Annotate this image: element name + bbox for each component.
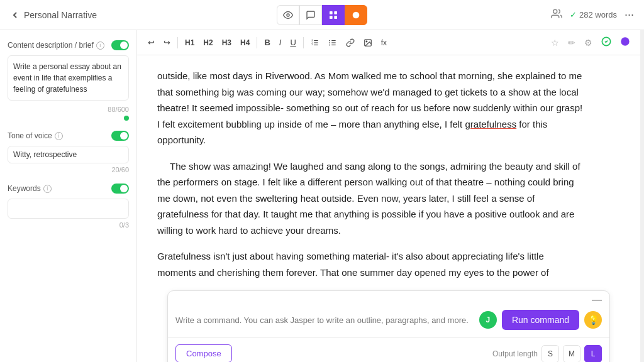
- unordered-list-button[interactable]: [325, 36, 340, 50]
- tone-info-icon[interactable]: i: [55, 132, 63, 140]
- star-button[interactable]: ☆: [548, 35, 562, 50]
- h1-button[interactable]: H1: [182, 36, 197, 50]
- mode-button[interactable]: [345, 5, 367, 25]
- output-length: Output length S M L: [492, 345, 602, 363]
- compose-button[interactable]: Compose: [175, 344, 232, 362]
- content-label: Content description / brief i: [8, 40, 129, 50]
- content-toggle[interactable]: [111, 40, 129, 50]
- back-button[interactable]: Personal Narrative: [10, 10, 97, 20]
- minimize-button[interactable]: —: [592, 295, 602, 305]
- left-sidebar: Content description / brief i Write a pe…: [0, 30, 137, 362]
- nav-title: Personal Narrative: [24, 10, 97, 20]
- svg-rect-2: [334, 11, 337, 14]
- underline-button[interactable]: U: [287, 35, 299, 50]
- image-button[interactable]: [360, 36, 375, 50]
- svg-point-20: [366, 41, 367, 42]
- svg-rect-3: [330, 16, 333, 19]
- top-nav: Personal Narrative: [0, 0, 644, 30]
- ordered-list-button[interactable]: 1 2 3: [308, 36, 323, 50]
- fx-button[interactable]: fx: [378, 36, 390, 50]
- chat-button[interactable]: [299, 5, 322, 25]
- paragraph-1: outside, like most days in Riverwood. As…: [157, 68, 585, 148]
- run-command-button[interactable]: Run command: [502, 310, 579, 330]
- size-m-button[interactable]: M: [563, 345, 580, 363]
- paragraph-3: Gratefulness isn't just about having som…: [157, 248, 585, 280]
- command-panel-header: —: [168, 291, 609, 305]
- nav-center-icons: [277, 5, 367, 25]
- toolbar-sep-3: [303, 37, 304, 48]
- output-label: Output length: [492, 349, 538, 358]
- keywords-toggle[interactable]: [111, 184, 129, 194]
- content-description-section: Content description / brief i Write a pe…: [8, 40, 129, 121]
- svg-point-16: [329, 40, 330, 41]
- keywords-info-icon[interactable]: i: [43, 185, 52, 193]
- h2-button[interactable]: H2: [200, 36, 216, 50]
- toolbar-sep-2: [257, 37, 257, 48]
- h4-button[interactable]: H4: [237, 36, 253, 50]
- right-scrollbar[interactable]: [640, 30, 644, 362]
- main-layout: Content description / brief i Write a pe…: [0, 30, 644, 362]
- keywords-input[interactable]: [8, 199, 129, 219]
- size-l-button[interactable]: L: [584, 345, 602, 363]
- bulb-button[interactable]: 💡: [584, 311, 602, 329]
- svg-point-17: [329, 42, 330, 43]
- svg-rect-4: [334, 16, 337, 19]
- content-info-icon[interactable]: i: [96, 41, 104, 50]
- toolbar-right: ☆ ✏ ⚙: [548, 34, 633, 51]
- svg-text:3: 3: [311, 43, 313, 46]
- tone-input[interactable]: Witty, retrospective: [8, 146, 129, 163]
- svg-rect-1: [330, 11, 333, 14]
- svg-point-18: [329, 44, 330, 45]
- nav-right: ✓ 282 words ···: [551, 8, 634, 22]
- undo-button[interactable]: ↩: [145, 35, 158, 50]
- check-button[interactable]: [599, 34, 614, 51]
- purple-circle-button[interactable]: [618, 34, 633, 51]
- svg-point-22: [621, 37, 629, 45]
- tone-toggle[interactable]: [111, 131, 129, 141]
- h3-button[interactable]: H3: [219, 36, 235, 50]
- size-s-button[interactable]: S: [541, 345, 559, 363]
- svg-point-0: [287, 14, 289, 16]
- bold-button[interactable]: B: [261, 35, 273, 50]
- word-count: ✓ 282 words: [570, 10, 617, 19]
- editor-area: ↩ ↪ H1 H2 H3 H4 B I U 1 2 3: [137, 30, 640, 362]
- link-button[interactable]: [343, 36, 358, 50]
- check-icon: ✓: [570, 10, 577, 19]
- edit-button[interactable]: ✏: [565, 35, 578, 50]
- tone-label: Tone of voice i: [8, 131, 129, 141]
- more-options-button[interactable]: ···: [625, 8, 634, 21]
- svg-point-6: [553, 9, 557, 13]
- content-char-count: 88/600: [8, 106, 129, 113]
- keywords-char-count: 0/3: [8, 221, 129, 229]
- keywords-label: Keywords i: [8, 184, 129, 194]
- layout-button[interactable]: [322, 5, 345, 25]
- command-panel: — J Run command 💡 Compose Output length …: [167, 290, 610, 362]
- command-input[interactable]: [175, 315, 474, 325]
- command-panel-footer: Compose Output length S M L: [168, 337, 609, 362]
- keywords-section: Keywords i 0/3: [8, 184, 129, 229]
- content-textarea[interactable]: Write a personal essay about an event in…: [8, 55, 129, 101]
- tone-section: Tone of voice i Witty, retrospective 20/…: [8, 131, 129, 173]
- command-input-row: J Run command 💡: [168, 305, 609, 337]
- jasper-icon: J: [479, 311, 497, 329]
- content-status-dot: [124, 116, 129, 121]
- editor-text: outside, like most days in Riverwood. As…: [157, 68, 585, 280]
- svg-point-5: [353, 11, 360, 18]
- gratefulness-word: gratefulness: [465, 119, 516, 129]
- settings-button[interactable]: ⚙: [582, 35, 595, 50]
- toolbar-sep-1: [177, 37, 178, 48]
- view-eye-button[interactable]: [277, 5, 299, 25]
- italic-button[interactable]: I: [276, 35, 285, 50]
- toolbar: ↩ ↪ H1 H2 H3 H4 B I U 1 2 3: [137, 30, 640, 55]
- redo-button[interactable]: ↪: [160, 35, 174, 50]
- users-icon: [551, 8, 562, 22]
- paragraph-2: The show was amazing! We laughed and san…: [157, 158, 585, 239]
- editor-content[interactable]: outside, like most days in Riverwood. As…: [137, 55, 640, 362]
- tone-char-count: 20/60: [8, 166, 129, 173]
